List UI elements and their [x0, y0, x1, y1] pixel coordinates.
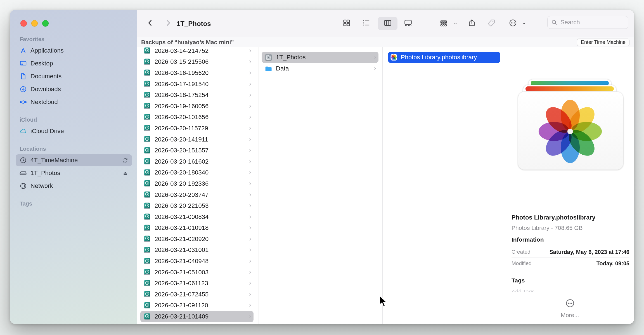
eject-icon[interactable] — [122, 170, 129, 176]
backup-row[interactable]: 2026-03-21-072455 — [140, 289, 254, 300]
backup-disk-icon — [143, 213, 151, 221]
backup-row[interactable]: 2026-03-20-151557 — [140, 145, 254, 156]
list-view-button[interactable] — [362, 19, 370, 27]
add-tags-field[interactable]: Add Tags... — [512, 288, 629, 292]
backup-row[interactable]: 2026-03-20-203747 — [140, 189, 254, 200]
window-title: 1T_Photos — [177, 10, 211, 37]
more-link[interactable]: More... — [506, 312, 634, 319]
search-field[interactable] — [547, 16, 628, 29]
enter-time-machine-button[interactable]: Enter Time Machine — [577, 39, 629, 46]
backup-row[interactable]: 2026-03-14-214752 — [140, 47, 254, 56]
sidebar-item-desktop[interactable]: Desktop — [16, 58, 132, 69]
backup-row[interactable]: 2026-03-20-101656 — [140, 112, 254, 123]
backup-row[interactable]: 2026-03-21-010918 — [140, 223, 254, 234]
backup-row[interactable]: 2026-03-20-180340 — [140, 167, 254, 178]
backup-row[interactable]: 2026-03-21-040948 — [140, 256, 254, 267]
backup-row[interactable]: 2026-03-21-091120 — [140, 300, 254, 311]
sidebar-section-title: iCloud — [10, 116, 137, 123]
column-view-button[interactable] — [383, 19, 392, 27]
folder-icon — [265, 65, 272, 72]
backup-row[interactable]: 2026-03-21-051003 — [140, 267, 254, 278]
backup-disk-icon — [143, 158, 151, 165]
backup-row[interactable]: 2026-03-17-191540 — [140, 79, 254, 90]
documents-icon — [20, 73, 27, 80]
group-chevron-down-icon[interactable] — [453, 22, 458, 26]
chevron-right-icon — [248, 82, 252, 86]
backup-disk-icon — [143, 302, 151, 309]
backup-disk-icon — [143, 191, 151, 199]
sidebar-item-applications[interactable]: Applications — [16, 45, 132, 56]
chevron-right-icon — [248, 49, 252, 53]
sidebar-item-4t-timemachine[interactable]: 4T_TimeMachine — [16, 154, 132, 166]
info-row: Created Saturday, May 6, 2023 at 17:46 — [512, 246, 629, 258]
sidebar-item-downloads[interactable]: Downloads — [16, 83, 132, 95]
chevron-right-icon — [373, 66, 377, 71]
chevron-right-icon — [248, 193, 252, 197]
backup-row[interactable]: 2026-03-20-221053 — [140, 200, 254, 211]
more-actions-button[interactable] — [509, 19, 517, 27]
sidebar-item-documents[interactable]: Documents — [16, 70, 132, 82]
desktop-icon — [20, 60, 27, 67]
backup-row[interactable]: 2026-03-19-160056 — [140, 101, 254, 112]
backup-disk-icon — [143, 291, 151, 298]
backup-row[interactable]: 2026-03-20-141911 — [140, 134, 254, 145]
chevron-right-icon — [248, 126, 252, 131]
sidebar-item-nextcloud[interactable]: Nextcloud — [16, 96, 132, 108]
chevron-right-icon — [248, 104, 252, 108]
chevron-right-icon — [248, 248, 252, 252]
chevron-right-icon — [248, 281, 252, 286]
sidebar-item-1t-photos[interactable]: 1T_Photos — [16, 167, 132, 179]
backup-row[interactable]: 2026-03-20-192336 — [140, 178, 254, 189]
share-button[interactable] — [468, 19, 476, 27]
folder-row-1t-photos[interactable]: 1T_Photos — [262, 52, 378, 63]
toolbar-separator — [357, 19, 357, 28]
column-divider[interactable] — [382, 47, 383, 324]
backup-disk-icon — [143, 313, 151, 320]
applications-icon — [20, 47, 27, 54]
sidebar-nav: Favorites Applications Desktop Documents… — [10, 10, 137, 209]
preview-file-subtitle: Photos Library - 708.65 GB — [512, 225, 629, 231]
backup-row[interactable]: 2026-03-21-031001 — [140, 245, 254, 256]
backup-row[interactable]: 2026-03-15-215506 — [140, 56, 254, 68]
backup-disk-icon — [143, 102, 151, 110]
chevron-right-icon — [248, 148, 252, 153]
preview-file-title: Photos Library.photoslibrary — [512, 214, 629, 221]
sidebar-item-icloud-drive[interactable]: iCloud Drive — [16, 125, 132, 137]
preview-pane: Photos Library.photoslibrary Photos Libr… — [506, 47, 634, 324]
backup-row[interactable]: 2026-03-16-195620 — [140, 67, 254, 79]
backup-row[interactable]: 2026-03-20-115729 — [140, 123, 254, 134]
gallery-view-button[interactable] — [404, 19, 412, 27]
sidebar-item-network[interactable]: Network — [16, 180, 132, 192]
time-machine-banner: Backups of “huaiyao’s Mac mini” Enter Ti… — [137, 37, 634, 48]
tag-button[interactable] — [487, 19, 496, 27]
icon-view-button[interactable] — [342, 19, 351, 27]
backup-disk-icon — [143, 147, 151, 154]
search-input[interactable] — [560, 18, 622, 26]
sidebar: Favorites Applications Desktop Documents… — [10, 10, 138, 324]
back-button[interactable] — [146, 19, 154, 27]
sync-icon[interactable] — [122, 157, 129, 164]
mouse-cursor — [378, 295, 389, 308]
backup-row[interactable]: 2026-03-21-020920 — [140, 233, 254, 245]
chevron-right-icon — [248, 159, 252, 164]
folder-row-data[interactable]: Data — [262, 63, 378, 74]
chevron-right-icon — [248, 137, 252, 142]
chevron-right-icon — [248, 204, 252, 208]
chevron-right-icon — [248, 115, 252, 119]
forward-button[interactable] — [164, 19, 172, 27]
backup-disk-icon — [143, 80, 151, 88]
backup-row[interactable]: 2026-03-21-061123 — [140, 278, 254, 289]
group-button[interactable] — [439, 19, 448, 27]
backup-row[interactable]: 2026-03-21-000834 — [140, 211, 254, 223]
column-divider[interactable] — [259, 47, 259, 324]
chevron-right-icon — [248, 237, 252, 241]
photos-app-icon — [390, 54, 397, 61]
more-ellipsis-icon[interactable] — [565, 298, 575, 308]
backup-row[interactable]: 2026-03-18-175254 — [140, 89, 254, 101]
information-heading: Information — [512, 236, 544, 243]
file-row-photos-library-photoslibrary[interactable]: Photos Library.photoslibrary — [388, 52, 500, 63]
backup-row[interactable]: 2026-03-21-101409 — [140, 311, 254, 322]
backup-row[interactable]: 2026-03-20-161602 — [140, 156, 254, 167]
more-chevron-down-icon[interactable] — [522, 22, 526, 26]
photos-flower-icon — [538, 99, 603, 164]
